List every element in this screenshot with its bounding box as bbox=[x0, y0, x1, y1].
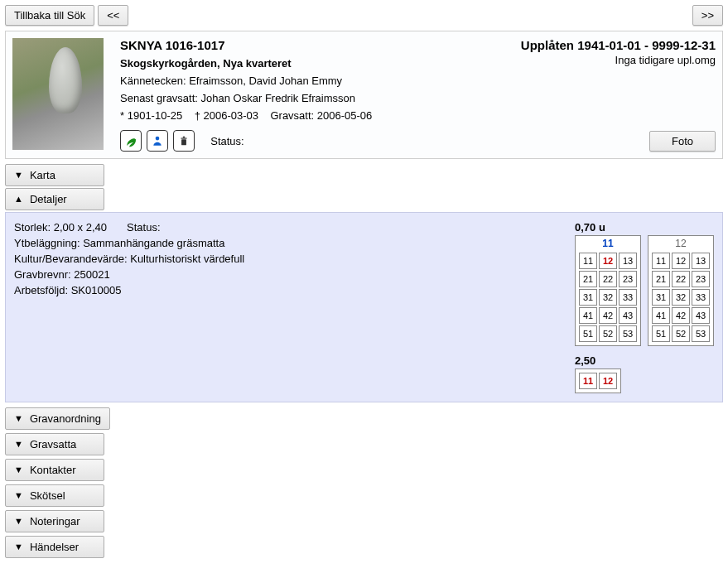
accordion-label: Detaljer bbox=[30, 193, 67, 205]
accordion-karta[interactable]: ▼ Karta bbox=[5, 164, 104, 186]
gravbrev-value: 250021 bbox=[74, 268, 109, 281]
accordion-gravsatta[interactable]: ▼ Gravsatta bbox=[5, 433, 104, 455]
chevron-down-icon: ▼ bbox=[14, 171, 23, 180]
storlek-label: Storlek: bbox=[14, 221, 51, 234]
svg-rect-3 bbox=[183, 137, 185, 138]
birth-prefix: * bbox=[120, 109, 124, 122]
grid-cell[interactable]: 22 bbox=[599, 271, 617, 287]
grid-a-label: 0,70 u bbox=[575, 221, 714, 234]
grid-cell[interactable]: 42 bbox=[599, 307, 617, 324]
arbets-line: Arbetsföljd: SK010005 bbox=[14, 284, 558, 296]
grid-cell[interactable]: 43 bbox=[692, 307, 710, 324]
accordion-skotsel[interactable]: ▼ Skötsel bbox=[5, 484, 104, 507]
grid-cell[interactable]: 32 bbox=[599, 289, 617, 306]
grid-cell[interactable]: 13 bbox=[619, 253, 637, 269]
kannetecken-line: Kännetecken: Efraimsson, David Johan Emm… bbox=[120, 75, 500, 87]
kannetecken-label: Kännetecken: bbox=[120, 75, 186, 87]
chevron-down-icon: ▼ bbox=[14, 440, 23, 449]
senast-label: Senast gravsatt: bbox=[120, 92, 198, 104]
svg-point-0 bbox=[156, 137, 160, 141]
grid-cell[interactable]: 43 bbox=[619, 307, 637, 324]
grid-cell[interactable]: 32 bbox=[672, 289, 690, 306]
chevron-down-icon: ▼ bbox=[14, 542, 23, 552]
grid-a-left: 11 111213212223313233414243515253 bbox=[575, 235, 641, 346]
lease-label: Upplåten bbox=[521, 38, 574, 52]
storlek-value: 2,00 x 2,40 bbox=[54, 221, 107, 234]
grid-cell[interactable]: 11 bbox=[579, 373, 597, 389]
svg-rect-2 bbox=[181, 138, 187, 139]
grid-cell[interactable]: 11 bbox=[652, 253, 670, 269]
prev-button[interactable]: << bbox=[98, 5, 128, 26]
leaf-icon[interactable] bbox=[120, 130, 142, 152]
bottom-accordions: ▼ Gravanordning ▼ Gravsatta ▼ Kontakter … bbox=[5, 407, 723, 560]
senast-line: Senast gravsatt: Johan Oskar Fredrik Efr… bbox=[120, 92, 500, 104]
grid-cell[interactable]: 53 bbox=[619, 325, 637, 342]
ytbelaggning-value: Sammanhängande gräsmatta bbox=[83, 237, 224, 249]
kultur-value: Kulturhistoriskt värdefull bbox=[130, 253, 244, 265]
gravbrev-line: Gravbrevnr: 250021 bbox=[14, 268, 558, 281]
grid-cell[interactable]: 12 bbox=[599, 373, 617, 389]
accordion-handelser[interactable]: ▼ Händelser bbox=[5, 536, 104, 558]
details-panel: Storlek: 2,00 x 2,40 Status: Ytbeläggnin… bbox=[5, 212, 723, 402]
grave-location: Skogskyrkogården, Nya kvarteret bbox=[120, 57, 500, 70]
grid-cell[interactable]: 41 bbox=[652, 307, 670, 324]
grid-b-label: 2,50 bbox=[575, 354, 621, 367]
chevron-down-icon: ▼ bbox=[14, 465, 23, 474]
accordion-noteringar[interactable]: ▼ Noteringar bbox=[5, 510, 104, 532]
next-button[interactable]: >> bbox=[692, 5, 723, 26]
accordion-label: Händelser bbox=[30, 541, 79, 553]
grid-cell[interactable]: 12 bbox=[672, 253, 690, 269]
grid-cell[interactable]: 52 bbox=[599, 325, 617, 342]
grid-cell[interactable]: 41 bbox=[579, 307, 597, 324]
grave-info: SKNYA 1016-1017 Skogskyrkogården, Nya kv… bbox=[120, 38, 500, 152]
grid-cell[interactable]: 31 bbox=[652, 289, 670, 306]
gravsatt-date: 2006-05-06 bbox=[317, 109, 373, 122]
kultur-label: Kultur/Bevarandevärde: bbox=[14, 253, 128, 265]
gravbrev-label: Gravbrevnr: bbox=[14, 268, 71, 281]
accordion-label: Karta bbox=[30, 169, 55, 181]
grave-code: SKNYA 1016-1017 bbox=[120, 38, 500, 52]
accordion-detaljer[interactable]: ▲ Detaljer bbox=[5, 188, 104, 210]
kultur-line: Kultur/Bevarandevärde: Kulturhistoriskt … bbox=[14, 253, 558, 265]
grave-summary-card: SKNYA 1016-1017 Skogskyrkogården, Nya kv… bbox=[5, 31, 723, 159]
grid-cell[interactable]: 42 bbox=[672, 307, 690, 324]
accordion-label: Kontakter bbox=[30, 464, 76, 476]
grid-cell[interactable]: 31 bbox=[579, 289, 597, 306]
grid-cell[interactable]: 23 bbox=[692, 271, 710, 287]
ytbelaggning-label: Ytbeläggning: bbox=[14, 237, 80, 249]
grid-cell[interactable]: 22 bbox=[672, 271, 690, 287]
status-label: Status: bbox=[127, 221, 160, 234]
chevron-down-icon: ▼ bbox=[14, 517, 23, 526]
bin-icon[interactable] bbox=[173, 130, 195, 152]
grid-cell[interactable]: 12 bbox=[599, 253, 617, 269]
senast-value: Johan Oskar Fredrik Efraimsson bbox=[201, 92, 355, 104]
grave-photo[interactable] bbox=[12, 38, 104, 150]
grid-cell[interactable]: 53 bbox=[692, 325, 710, 342]
grid-cell[interactable]: 11 bbox=[579, 253, 597, 269]
grid-block-b: 2,50 1112 bbox=[575, 354, 621, 393]
foto-button[interactable]: Foto bbox=[649, 131, 716, 152]
grid-cell[interactable]: 21 bbox=[579, 271, 597, 287]
grid-cell[interactable]: 51 bbox=[579, 325, 597, 342]
grid-cell[interactable]: 23 bbox=[619, 271, 637, 287]
chevron-down-icon: ▼ bbox=[14, 491, 23, 500]
back-button[interactable]: Tillbaka till Sök bbox=[5, 5, 94, 26]
dates-line: * 1901-10-25 † 2006-03-03 Gravsatt: 2006… bbox=[120, 109, 500, 122]
grid-cell[interactable]: 33 bbox=[692, 289, 710, 306]
lease-info: Upplåten 1941-01-01 - 9999-12-31 Inga ti… bbox=[517, 38, 716, 152]
grid-cell[interactable]: 33 bbox=[619, 289, 637, 306]
accordion-kontakter[interactable]: ▼ Kontakter bbox=[5, 459, 104, 481]
grid-cell[interactable]: 13 bbox=[692, 253, 710, 269]
accordion-label: Noteringar bbox=[30, 515, 80, 527]
grid-a-right: 12 111213212223313233414243515253 bbox=[648, 235, 714, 346]
details-right: 0,70 u 11 111213212223313233414243515253… bbox=[575, 221, 714, 393]
person-icon[interactable] bbox=[147, 130, 168, 152]
previous-text: Inga tidigare upl.omg bbox=[615, 54, 716, 66]
grid-cell[interactable]: 51 bbox=[652, 325, 670, 342]
grid-cell[interactable]: 21 bbox=[652, 271, 670, 287]
accordion-gravanordning[interactable]: ▼ Gravanordning bbox=[5, 407, 110, 430]
kannetecken-value: Efraimsson, David Johan Emmy bbox=[189, 75, 342, 87]
grid-cell[interactable]: 52 bbox=[672, 325, 690, 342]
death-prefix: † bbox=[195, 109, 200, 122]
details-left: Storlek: 2,00 x 2,40 Status: Ytbeläggnin… bbox=[14, 221, 558, 393]
